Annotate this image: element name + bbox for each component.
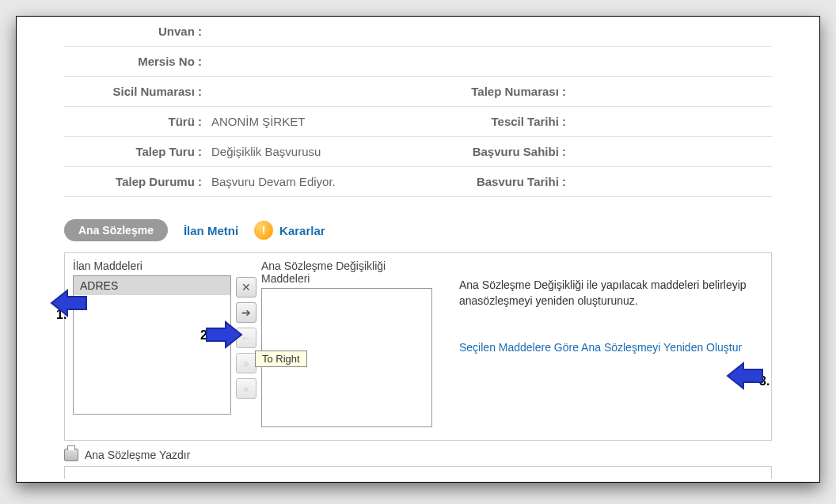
double-arrow-left-icon: « bbox=[243, 382, 249, 395]
svg-marker-2 bbox=[728, 363, 762, 388]
tab-ana-sozlesme[interactable]: Ana Sözleşme bbox=[64, 219, 168, 241]
tab-kararlar[interactable]: ! Kararlar bbox=[254, 221, 325, 240]
label-basvuru-tarihi: Basvuru Tarihi : bbox=[412, 167, 571, 197]
help-text: Ana Sözleşme Değişikliği ile yapılacak m… bbox=[459, 277, 763, 309]
regenerate-contract-link[interactable]: Seçilen Maddelere Göre Ana Sözleşmeyi Ye… bbox=[459, 341, 742, 354]
label-tescil-tarihi: Tescil Tarihi : bbox=[412, 107, 571, 137]
value-turu: ANONİM ŞİRKET bbox=[207, 107, 412, 137]
value-tescil-tarihi bbox=[571, 107, 772, 137]
annotation-arrow-1 bbox=[50, 286, 94, 320]
remove-button[interactable]: ✕ bbox=[236, 277, 256, 297]
label-talep-durumu: Talep Durumu : bbox=[64, 167, 207, 197]
tooltip-to-right: To Right bbox=[255, 351, 307, 367]
dual-list-panel: İlan Maddeleri ADRES ✕ ➔ ← bbox=[64, 252, 772, 441]
value-sicil bbox=[207, 77, 412, 107]
double-arrow-right-icon: » bbox=[243, 357, 249, 369]
list-item[interactable]: ADRES bbox=[74, 276, 230, 295]
value-mersis bbox=[207, 47, 772, 77]
right-list-header: Ana Sözleşme Değişikliği Maddeleri bbox=[261, 260, 432, 285]
label-talep-turu: Talep Turu : bbox=[64, 137, 207, 167]
value-talep-numarasi bbox=[571, 77, 772, 107]
value-unvan bbox=[207, 17, 772, 47]
value-talep-durumu: Başvuru Devam Ediyor. bbox=[207, 167, 412, 197]
print-label: Ana Sözleşme Yazdır bbox=[85, 449, 190, 461]
label-sicil: Sicil Numarası : bbox=[64, 77, 207, 107]
left-list-header: İlan Maddeleri bbox=[73, 260, 231, 272]
annotation-arrow-3 bbox=[726, 358, 770, 393]
printer-icon bbox=[64, 449, 78, 461]
print-contract-button[interactable]: Ana Sözleşme Yazdır bbox=[64, 449, 772, 461]
label-basvuru-sahibi: Başvuru Sahibi : bbox=[412, 137, 571, 167]
tab-ilan-metni[interactable]: İlan Metni bbox=[184, 224, 238, 237]
move-all-left-button[interactable]: « bbox=[236, 378, 256, 399]
company-info-table: Unvan : Mersis No : Sicil Numarası : Tal… bbox=[64, 17, 772, 197]
move-all-right-button[interactable]: » bbox=[236, 353, 256, 373]
annotation-arrow-2 bbox=[199, 317, 243, 352]
value-talep-turu: Değişiklik Başvurusu bbox=[207, 137, 412, 167]
lower-panel-top-edge bbox=[64, 466, 772, 479]
label-turu: Türü : bbox=[64, 107, 207, 137]
close-icon: ✕ bbox=[241, 281, 251, 294]
label-talep-numarasi: Talep Numarası : bbox=[412, 77, 571, 107]
tab-kararlar-label: Kararlar bbox=[279, 224, 325, 237]
alert-icon: ! bbox=[254, 221, 273, 240]
value-basvuru-sahibi bbox=[571, 137, 772, 167]
label-mersis: Mersis No : bbox=[64, 47, 207, 77]
value-basvuru-tarihi bbox=[571, 167, 772, 197]
svg-marker-1 bbox=[207, 322, 241, 347]
label-unvan: Unvan : bbox=[64, 17, 207, 47]
svg-marker-0 bbox=[51, 290, 86, 316]
